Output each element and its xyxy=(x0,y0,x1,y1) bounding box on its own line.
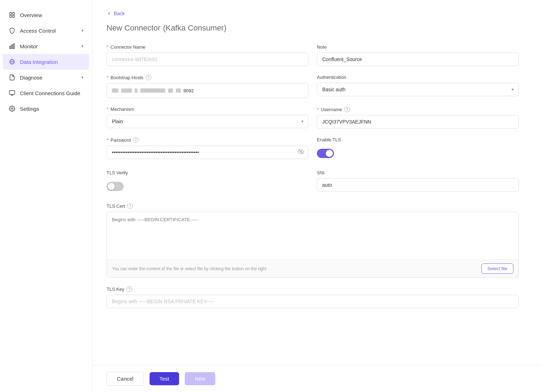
globe-icon xyxy=(9,58,16,65)
sidebar-item-label: Diagnose xyxy=(20,75,42,81)
action-bar: Cancel Test New xyxy=(92,365,540,392)
tls-cert-group: TLS Cert ? You can enter the content of … xyxy=(107,203,519,278)
sni-input[interactable] xyxy=(317,178,519,192)
back-link[interactable]: Back xyxy=(107,11,519,16)
page-title: New Connector (Kafka Consumer) xyxy=(107,22,519,33)
svg-rect-2 xyxy=(10,16,11,17)
grid-icon xyxy=(9,11,16,18)
tls-cert-help-icon[interactable]: ? xyxy=(127,203,133,209)
sidebar-item-access-control[interactable]: Access Control ▾ xyxy=(0,23,92,38)
tls-cert-area: You can enter the content of the file or… xyxy=(107,212,519,278)
sidebar-item-label: Settings xyxy=(20,106,39,112)
svg-rect-5 xyxy=(12,45,13,49)
username-group: * Username ? xyxy=(317,107,519,129)
main-content: Back New Connector (Kafka Consumer) * Co… xyxy=(92,0,540,392)
tls-verify-group: TLS Verify xyxy=(107,170,308,195)
sidebar-item-label: Monitor xyxy=(20,43,38,49)
bar-chart-icon xyxy=(9,43,16,50)
test-button[interactable]: Test xyxy=(150,372,179,385)
eye-icon[interactable] xyxy=(298,148,304,156)
authentication-select-wrapper: Basic auth None SASL xyxy=(317,83,519,96)
tls-key-label: TLS Key ? xyxy=(107,286,519,292)
tls-key-group: TLS Key ? xyxy=(107,286,519,308)
tls-key-help-icon[interactable]: ? xyxy=(126,286,132,292)
password-input[interactable] xyxy=(107,146,308,159)
chevron-down-icon: ▾ xyxy=(81,28,83,33)
sidebar-item-data-integration[interactable]: Data Integration xyxy=(3,54,89,70)
password-help-icon[interactable]: ? xyxy=(133,137,139,143)
back-arrow-icon xyxy=(107,11,112,16)
svg-rect-6 xyxy=(14,44,15,49)
username-label: * Username ? xyxy=(317,107,519,112)
svg-point-13 xyxy=(11,108,13,110)
tls-verify-toggle[interactable] xyxy=(107,178,308,195)
sidebar-item-diagnose[interactable]: Diagnose ▾ xyxy=(0,70,92,85)
note-group: Note xyxy=(317,44,519,66)
form-row-4: * Password ? Enable TLS xyxy=(107,137,519,162)
svg-rect-3 xyxy=(13,16,15,17)
cancel-button[interactable]: Cancel xyxy=(107,372,144,386)
svg-rect-4 xyxy=(10,46,11,49)
username-help-icon[interactable]: ? xyxy=(344,107,350,112)
connector-name-group: * Connector Name xyxy=(107,44,308,66)
new-button[interactable]: New xyxy=(185,372,215,385)
sidebar-item-label: Data Integration xyxy=(20,59,58,65)
username-input[interactable] xyxy=(317,115,519,129)
sidebar-item-client-connections-guide[interactable]: Client Connections Guide xyxy=(0,85,92,101)
mechanism-select-wrapper: Plain SCRAM-SHA-256 SCRAM-SHA-512 xyxy=(107,115,308,128)
connector-name-input[interactable] xyxy=(107,53,308,66)
form-row-1: * Connector Name Note xyxy=(107,44,519,66)
mechanism-group: * Mechanism Plain SCRAM-SHA-256 SCRAM-SH… xyxy=(107,107,308,129)
note-label: Note xyxy=(317,44,519,50)
svg-rect-0 xyxy=(10,12,11,14)
sni-group: SNI xyxy=(317,170,519,195)
tls-verify-label: TLS Verify xyxy=(107,170,308,175)
tls-cert-label: TLS Cert ? xyxy=(107,203,519,209)
sidebar-item-overview[interactable]: Overview xyxy=(0,7,92,23)
chevron-down-icon: ▾ xyxy=(81,44,83,49)
svg-rect-10 xyxy=(10,91,15,94)
bootstrap-hosts-label: * Bootstrap Hosts ? xyxy=(107,75,308,80)
bootstrap-help-icon[interactable]: ? xyxy=(146,75,151,80)
link-icon xyxy=(9,89,16,97)
sni-label: SNI xyxy=(317,170,519,175)
bootstrap-suffix: :9092 xyxy=(182,88,194,93)
back-label: Back xyxy=(114,11,125,16)
sidebar-item-monitor[interactable]: Monitor ▾ xyxy=(0,38,92,54)
sidebar-item-label: Overview xyxy=(20,12,42,18)
password-label: * Password ? xyxy=(107,137,308,143)
note-input[interactable] xyxy=(317,53,519,66)
enable-tls-toggle[interactable] xyxy=(317,145,519,162)
password-group: * Password ? xyxy=(107,137,308,162)
mechanism-label: * Mechanism xyxy=(107,107,308,112)
enable-tls-group: Enable TLS xyxy=(317,137,519,162)
enable-tls-label: Enable TLS xyxy=(317,137,519,142)
bootstrap-hosts-group: * Bootstrap Hosts ? :9092 xyxy=(107,75,308,98)
connector-name-label: * Connector Name xyxy=(107,44,308,50)
file-icon xyxy=(9,74,16,81)
form-row-3: * Mechanism Plain SCRAM-SHA-256 SCRAM-SH… xyxy=(107,107,519,129)
tls-cert-hint: You can enter the content of the file or… xyxy=(112,266,266,271)
svg-rect-1 xyxy=(13,12,15,14)
sidebar-item-settings[interactable]: Settings xyxy=(0,101,92,116)
mechanism-select[interactable]: Plain SCRAM-SHA-256 SCRAM-SHA-512 xyxy=(107,115,308,128)
tls-cert-textarea[interactable] xyxy=(107,212,518,258)
gear-icon xyxy=(9,105,16,112)
bootstrap-hosts-input[interactable]: :9092 xyxy=(107,83,308,98)
form-row-5: TLS Verify SNI xyxy=(107,170,519,195)
sidebar-item-label: Client Connections Guide xyxy=(20,90,80,96)
sidebar: Overview Access Control ▾ Monitor ▾ Data… xyxy=(0,0,92,392)
authentication-group: Authentication Basic auth None SASL xyxy=(317,75,519,98)
select-file-button[interactable]: Select file xyxy=(481,263,513,274)
shield-icon xyxy=(9,27,16,34)
form-row-2: * Bootstrap Hosts ? :9092 Authentication xyxy=(107,75,519,98)
sidebar-item-label: Access Control xyxy=(20,28,56,34)
authentication-label: Authentication xyxy=(317,75,519,80)
tls-key-input[interactable] xyxy=(107,295,519,308)
authentication-select[interactable]: Basic auth None SASL xyxy=(317,83,519,96)
chevron-down-icon: ▾ xyxy=(81,75,83,80)
